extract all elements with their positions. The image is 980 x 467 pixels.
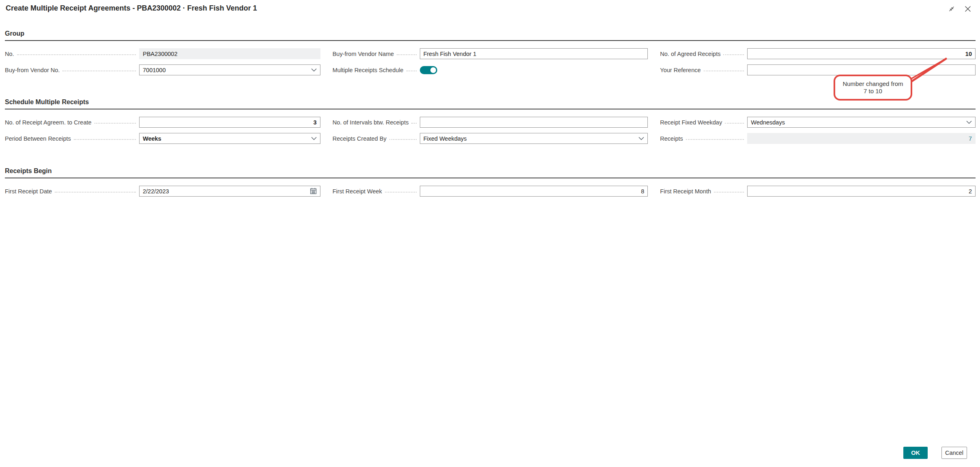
field-period-between-receipts: Period Between Receipts xyxy=(5,133,320,144)
dialog-footer: OK Cancel xyxy=(0,447,980,467)
field-receipts-label: Receipts xyxy=(660,135,683,142)
field-receipts-box: 7 xyxy=(747,133,976,144)
your-reference-input[interactable] xyxy=(751,67,972,73)
no-of-agreed-receipts-input[interactable] xyxy=(751,51,972,57)
create-multiple-receipt-agreements-dialog: Create Multiple Receipt Agreements - PBA… xyxy=(0,0,980,467)
field-receipt-fixed-weekday-box[interactable] xyxy=(747,117,976,128)
dotted-leader xyxy=(411,122,416,124)
field-buy-from-vendor-no-box[interactable] xyxy=(139,64,320,75)
dotted-leader xyxy=(704,70,744,71)
field-buy-from-vendor-name: Buy-from Vendor Name xyxy=(333,48,648,60)
field-buy-from-vendor-name-label: Buy-from Vendor Name xyxy=(333,51,394,57)
annotation-line-2: 7 to 10 xyxy=(864,88,882,95)
buy-from-vendor-name-input[interactable] xyxy=(423,51,645,57)
field-period-between-receipts-box[interactable] xyxy=(139,133,320,144)
multiple-receipts-schedule-toggle[interactable] xyxy=(420,66,437,74)
dotted-leader xyxy=(389,139,417,140)
field-your-reference: Your Reference xyxy=(660,64,976,76)
dotted-leader xyxy=(686,139,744,140)
field-receipt-fixed-weekday: Receipt Fixed Weekday xyxy=(660,116,976,128)
field-receipts: Receipts 7 xyxy=(660,133,976,144)
field-buy-from-vendor-no-label: Buy-from Vendor No. xyxy=(5,67,60,73)
field-no-box xyxy=(139,48,320,59)
receipts-created-by-input[interactable] xyxy=(423,135,636,142)
field-no-of-agreed-receipts-label: No. of Agreed Receipts xyxy=(660,51,720,57)
field-first-receipt-month: First Receipt Month xyxy=(660,185,976,197)
dialog-title: Create Multiple Receipt Agreements - PBA… xyxy=(6,4,257,13)
field-first-receipt-week-box[interactable] xyxy=(420,186,648,197)
no-of-intervals-btw-receipts-input[interactable] xyxy=(423,119,645,126)
section-receipts-begin-heading: Receipts Begin xyxy=(5,167,976,178)
dotted-leader xyxy=(62,70,136,71)
field-no-of-receipt-agreem-to-create-label: No. of Receipt Agreem. to Create xyxy=(5,119,92,126)
field-no-of-intervals-btw-receipts-box[interactable] xyxy=(420,117,648,128)
no-of-receipt-agreem-to-create-input[interactable] xyxy=(143,119,317,126)
first-receipt-date-input[interactable] xyxy=(143,188,307,195)
first-receipt-week-input[interactable] xyxy=(423,188,645,195)
dotted-leader xyxy=(725,122,744,124)
buy-from-vendor-no-input[interactable] xyxy=(143,67,308,73)
period-between-receipts-input[interactable] xyxy=(143,135,308,142)
field-receipts-created-by-box[interactable] xyxy=(420,133,648,144)
section-group-grid: No. Buy-from Vendor Name xyxy=(5,48,976,76)
field-first-receipt-month-box[interactable] xyxy=(747,186,976,197)
field-no-of-agreed-receipts-box[interactable] xyxy=(747,48,976,59)
field-no-of-receipt-agreem-to-create: No. of Receipt Agreem. to Create xyxy=(5,116,320,128)
first-receipt-month-input[interactable] xyxy=(751,188,972,195)
field-no-of-receipt-agreem-to-create-box[interactable] xyxy=(139,117,320,128)
field-period-between-receipts-label: Period Between Receipts xyxy=(5,135,71,142)
section-schedule-multiple-receipts: Schedule Multiple Receipts No. of Receip… xyxy=(5,99,976,144)
field-no: No. xyxy=(5,48,320,60)
section-receipts-begin-grid: First Receipt Date xyxy=(5,185,976,197)
receipts-drilldown-value[interactable]: 7 xyxy=(751,135,972,142)
field-first-receipt-date-box[interactable] xyxy=(139,186,320,197)
field-no-of-agreed-receipts: No. of Agreed Receipts xyxy=(660,48,976,60)
ok-button[interactable]: OK xyxy=(903,447,928,459)
chevron-down-icon[interactable] xyxy=(966,120,972,124)
field-your-reference-box[interactable] xyxy=(747,64,976,75)
field-no-label: No. xyxy=(5,51,14,57)
dotted-leader xyxy=(55,191,136,193)
field-first-receipt-week: First Receipt Week xyxy=(333,185,648,197)
field-buy-from-vendor-name-box[interactable] xyxy=(420,48,648,59)
field-receipts-created-by: Receipts Created By xyxy=(333,133,648,144)
toggle-knob xyxy=(430,67,436,73)
receipt-fixed-weekday-input[interactable] xyxy=(751,119,963,126)
window-controls xyxy=(947,4,973,14)
dotted-leader xyxy=(406,70,417,71)
no-input xyxy=(143,51,317,57)
dotted-leader xyxy=(74,139,136,140)
cancel-button[interactable]: Cancel xyxy=(941,447,967,459)
field-receipts-created-by-label: Receipts Created By xyxy=(333,135,387,142)
calendar-icon[interactable] xyxy=(310,188,317,195)
dotted-leader xyxy=(723,54,744,55)
field-first-receipt-month-label: First Receipt Month xyxy=(660,188,711,195)
annotation-callout: Number changed from 7 to 10 xyxy=(834,75,912,101)
field-receipt-fixed-weekday-label: Receipt Fixed Weekday xyxy=(660,119,722,126)
dotted-leader xyxy=(385,191,417,193)
field-your-reference-label: Your Reference xyxy=(660,67,701,73)
dialog-content: Group No. Buy-from Vendor Name xyxy=(0,16,980,447)
section-group: Group No. Buy-from Vendor Name xyxy=(5,30,976,76)
dotted-leader xyxy=(17,54,136,55)
field-first-receipt-week-label: First Receipt Week xyxy=(333,188,382,195)
chevron-down-icon[interactable] xyxy=(311,137,317,140)
dotted-leader xyxy=(714,191,744,193)
field-multiple-receipts-schedule-label: Multiple Receipts Schedule xyxy=(333,67,404,73)
dotted-leader xyxy=(95,122,136,124)
chevron-down-icon[interactable] xyxy=(638,137,644,140)
section-receipts-begin: Receipts Begin First Receipt Date xyxy=(5,167,976,197)
field-multiple-receipts-schedule: Multiple Receipts Schedule xyxy=(333,64,648,76)
field-no-of-intervals-btw-receipts: No. of Intervals btw. Receipts xyxy=(333,116,648,128)
annotation-line-1: Number changed from xyxy=(842,80,903,88)
field-no-of-intervals-btw-receipts-label: No. of Intervals btw. Receipts xyxy=(333,119,409,126)
section-schedule-heading: Schedule Multiple Receipts xyxy=(5,99,976,109)
close-icon[interactable] xyxy=(963,4,973,14)
field-buy-from-vendor-no: Buy-from Vendor No. xyxy=(5,64,320,76)
field-first-receipt-date-label: First Receipt Date xyxy=(5,188,52,195)
dotted-leader xyxy=(397,54,416,55)
restore-down-icon[interactable] xyxy=(947,4,956,14)
field-first-receipt-date: First Receipt Date xyxy=(5,185,320,197)
section-schedule-grid: No. of Receipt Agreem. to Create No. of … xyxy=(5,116,976,144)
chevron-down-icon[interactable] xyxy=(311,68,317,72)
